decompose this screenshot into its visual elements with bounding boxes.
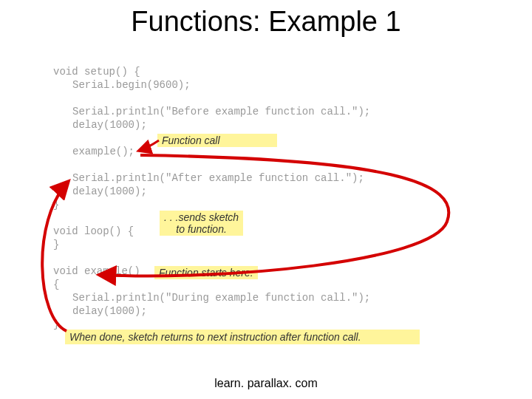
footer-text: learn. parallax. com <box>0 377 532 390</box>
code-line: Serial.println("After example function c… <box>53 171 497 185</box>
callout-returns: When done, sketch returns to next instru… <box>65 330 420 344</box>
code-line: Serial.println("Before example function … <box>53 105 497 118</box>
code-line: delay(1000); <box>53 185 497 198</box>
code-line: void loop() { <box>53 225 497 238</box>
code-line: { <box>53 278 497 291</box>
code-line: Serial.begin(9600); <box>53 78 497 92</box>
callout-function-starts: Function starts here. <box>154 266 258 279</box>
code-line: delay(1000); <box>53 118 497 132</box>
code-line: delay(1000); <box>53 304 497 318</box>
code-line: Serial.println("During example function … <box>53 291 497 304</box>
callout-sends-sketch: . . .sends sketch to function. <box>160 211 243 236</box>
callout-function-call: Function call <box>157 134 277 147</box>
code-block: void setup() { Serial.begin(9600); Seria… <box>53 65 497 331</box>
slide-title: Functions: Example 1 <box>0 0 532 38</box>
code-line: void setup() { <box>53 65 497 78</box>
code-line: } <box>53 238 497 251</box>
code-blank <box>53 158 497 171</box>
code-blank <box>53 211 497 225</box>
code-blank <box>53 251 497 265</box>
code-line: } <box>53 198 497 211</box>
code-line: void example() <box>53 265 497 278</box>
callout-text: . . .sends sketch <box>164 211 239 223</box>
callout-text: to function. <box>176 223 227 235</box>
code-blank <box>53 92 497 105</box>
